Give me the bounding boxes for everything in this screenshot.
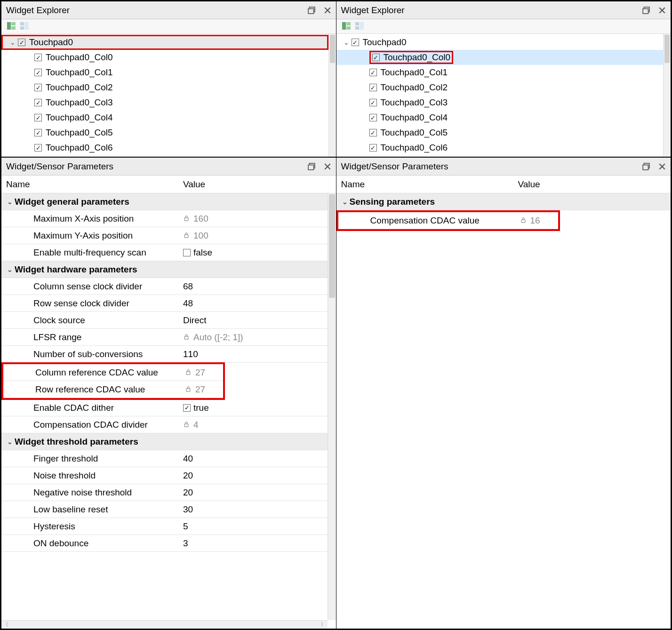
param-value: 40 bbox=[183, 454, 193, 464]
tree-item[interactable]: Touchpad0_Col4 bbox=[1, 110, 328, 125]
toolbar-icon-2[interactable] bbox=[355, 22, 365, 31]
close-icon[interactable] bbox=[658, 7, 666, 14]
params-title: Widget/Sensor Parameters bbox=[341, 161, 448, 172]
param-row[interactable]: Compensation CDAC divider4 bbox=[1, 416, 328, 433]
restore-icon[interactable] bbox=[642, 7, 650, 14]
tree-item[interactable]: Touchpad0_Col5 bbox=[336, 125, 664, 140]
tree-checkbox[interactable] bbox=[369, 99, 377, 106]
param-row[interactable]: Maximum X-Axis position160 bbox=[1, 210, 328, 227]
params-title: Widget/Sensor Parameters bbox=[6, 161, 113, 172]
tree-checkbox[interactable] bbox=[352, 39, 359, 46]
close-icon[interactable] bbox=[324, 7, 331, 14]
param-row[interactable]: Low baseline reset30 bbox=[1, 501, 328, 518]
tree-item[interactable]: Touchpad0_Col0 bbox=[1, 50, 328, 65]
tree-checkbox[interactable] bbox=[18, 39, 25, 46]
horizontal-scrollbar[interactable]: 〈〉 bbox=[1, 620, 328, 629]
scrollbar-thumb[interactable] bbox=[330, 35, 335, 63]
tree-item[interactable]: Touchpad0_Col5 bbox=[1, 125, 328, 140]
param-row[interactable]: Enable CDAC dithertrue bbox=[1, 399, 328, 416]
tree-item[interactable]: Touchpad0_Col1 bbox=[336, 65, 664, 80]
param-name: Compensation CDAC divider bbox=[33, 420, 148, 430]
tree-checkbox[interactable] bbox=[369, 69, 377, 76]
tree-checkbox[interactable] bbox=[369, 129, 377, 136]
restore-icon[interactable] bbox=[308, 163, 315, 170]
param-value: 5 bbox=[183, 521, 188, 532]
vertical-scrollbar[interactable] bbox=[328, 34, 336, 157]
widget-explorer-title-bar: Widget Explorer bbox=[336, 1, 671, 19]
scroll-left-icon[interactable]: 〈 bbox=[3, 621, 8, 629]
tree-checkbox[interactable] bbox=[34, 114, 42, 121]
param-group[interactable]: ⌄Sensing parameters bbox=[336, 193, 671, 210]
tree-item[interactable]: Touchpad0_Col3 bbox=[1, 95, 328, 110]
tree-checkbox[interactable] bbox=[369, 84, 377, 91]
tree-checkbox[interactable] bbox=[34, 69, 42, 76]
param-row[interactable]: Noise threshold20 bbox=[1, 467, 328, 484]
tree-item-label: Touchpad0_Col3 bbox=[46, 97, 113, 108]
tree-checkbox[interactable] bbox=[34, 99, 42, 106]
scrollbar-thumb[interactable] bbox=[664, 35, 670, 63]
param-row[interactable]: Column reference CDAC value27 bbox=[3, 364, 223, 381]
tree-root-touchpad0[interactable]: ⌄ Touchpad0 bbox=[1, 35, 328, 50]
param-group[interactable]: ⌄Widget hardware parameters bbox=[1, 261, 328, 278]
tree-checkbox[interactable] bbox=[372, 54, 380, 61]
tree-item[interactable]: Touchpad0_Col6 bbox=[1, 140, 328, 155]
param-row[interactable]: Clock sourceDirect bbox=[1, 312, 328, 329]
expand-caret-icon[interactable]: ⌄ bbox=[342, 198, 350, 206]
param-checkbox[interactable] bbox=[183, 404, 191, 412]
param-row[interactable]: Maximum Y-Axis position100 bbox=[1, 227, 328, 244]
expand-caret-icon[interactable]: ⌄ bbox=[7, 198, 15, 206]
vertical-scrollbar[interactable] bbox=[663, 34, 671, 157]
tree-checkbox[interactable] bbox=[369, 114, 377, 121]
tree-item[interactable]: Touchpad0_Col1 bbox=[1, 65, 328, 80]
param-row[interactable]: Row reference CDAC value27 bbox=[3, 381, 223, 398]
tree-item-label: Touchpad0_Col5 bbox=[381, 128, 448, 138]
param-row[interactable]: LFSR rangeAuto ([-2; 1]) bbox=[1, 329, 328, 346]
vertical-scrollbar[interactable] bbox=[328, 193, 336, 620]
toolbar-icon-2[interactable] bbox=[20, 22, 30, 31]
param-row[interactable]: Compensation CDAC value16 bbox=[338, 212, 558, 229]
scrollbar-thumb[interactable] bbox=[329, 194, 335, 298]
param-row[interactable]: Row sense clock divider48 bbox=[1, 295, 328, 312]
tree-item[interactable]: Touchpad0_Col6 bbox=[336, 140, 664, 155]
tree-checkbox[interactable] bbox=[34, 84, 42, 91]
tree-item-label: Touchpad0_Col6 bbox=[381, 143, 448, 153]
tree-checkbox[interactable] bbox=[34, 129, 42, 136]
lock-icon bbox=[185, 369, 192, 376]
tree-item[interactable]: Touchpad0_Col0 bbox=[336, 50, 664, 65]
param-row[interactable]: ON debounce3 bbox=[1, 535, 328, 552]
param-group[interactable]: ⌄Widget threshold parameters bbox=[1, 433, 328, 450]
expand-caret-icon[interactable]: ⌄ bbox=[343, 39, 350, 46]
tree-checkbox[interactable] bbox=[34, 54, 42, 61]
param-name: Clock source bbox=[33, 315, 85, 326]
param-name: Negative noise threshold bbox=[33, 487, 132, 498]
expand-caret-icon[interactable]: ⌄ bbox=[9, 39, 16, 46]
tree-checkbox[interactable] bbox=[34, 144, 42, 152]
params-panel: Name Value ⌄Sensing parametersCompensati… bbox=[336, 175, 671, 629]
tree-item[interactable]: Touchpad0_Col2 bbox=[336, 80, 664, 95]
param-row[interactable]: Column sense clock divider68 bbox=[1, 278, 328, 295]
tree-item[interactable]: Touchpad0_Col4 bbox=[336, 110, 664, 125]
param-row[interactable]: Enable multi-frequency scanfalse bbox=[1, 244, 328, 261]
tree-item[interactable]: Touchpad0_Col2 bbox=[1, 80, 328, 95]
tree-checkbox[interactable] bbox=[369, 144, 377, 152]
param-row[interactable]: Number of sub-conversions110 bbox=[1, 346, 328, 363]
restore-icon[interactable] bbox=[642, 163, 650, 170]
toolbar-icon-1[interactable] bbox=[342, 22, 352, 31]
param-row[interactable]: Finger threshold40 bbox=[1, 450, 328, 467]
scroll-right-icon[interactable]: 〉 bbox=[320, 621, 326, 629]
close-icon[interactable] bbox=[324, 163, 331, 170]
param-row[interactable]: Negative noise threshold20 bbox=[1, 484, 328, 501]
param-row[interactable]: Hysteresis5 bbox=[1, 518, 328, 535]
param-name: Enable multi-frequency scan bbox=[33, 247, 146, 258]
expand-caret-icon[interactable]: ⌄ bbox=[7, 266, 15, 273]
restore-icon[interactable] bbox=[308, 7, 315, 14]
explorer-toolbar bbox=[1, 19, 336, 34]
toolbar-icon-1[interactable] bbox=[7, 22, 16, 31]
widget-explorer-title: Widget Explorer bbox=[341, 5, 405, 16]
close-icon[interactable] bbox=[658, 163, 666, 170]
tree-root-touchpad0[interactable]: ⌄ Touchpad0 bbox=[336, 35, 664, 50]
tree-item[interactable]: Touchpad0_Col3 bbox=[336, 95, 664, 110]
expand-caret-icon[interactable]: ⌄ bbox=[7, 438, 15, 446]
param-checkbox[interactable] bbox=[183, 249, 191, 256]
param-group[interactable]: ⌄Widget general parameters bbox=[1, 193, 328, 210]
